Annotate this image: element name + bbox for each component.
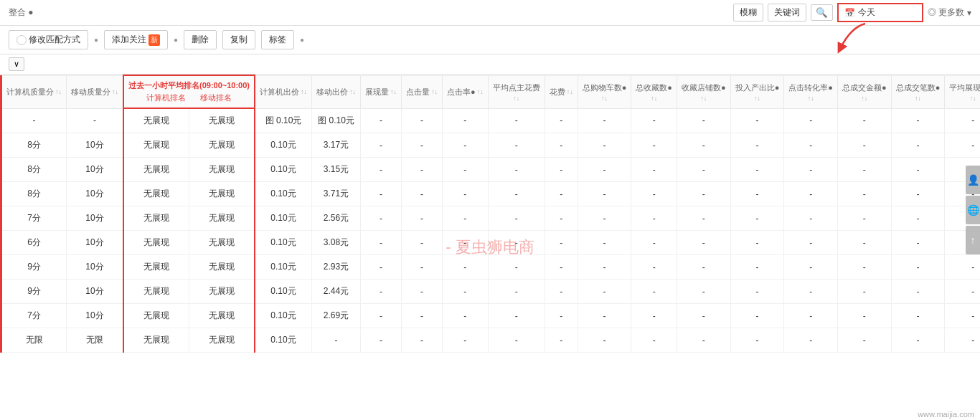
fuzzy-search-button[interactable]: 模糊 <box>733 4 763 22</box>
table-cell: - <box>784 255 838 280</box>
table-cell: - <box>361 206 402 231</box>
table-row: 8分10分无展现无展现0.10元3.15元------------- <box>1 158 981 182</box>
scroll-top-button[interactable]: ↑ <box>966 226 980 254</box>
col-pc-bid: 计算机出价↑↓ <box>255 75 312 108</box>
date-value: 今天 <box>858 6 875 19</box>
table-cell: 9分 <box>1 280 67 304</box>
tag-button[interactable]: 标签 <box>261 30 294 49</box>
delete-button[interactable]: 删除 <box>184 30 217 49</box>
search-icon-button[interactable]: 🔍 <box>811 4 833 21</box>
table-cell: - <box>945 108 980 133</box>
toolbar: 修改匹配方式 ● 添加关注 新 ● 删除 复制 标签 ● <box>0 26 980 54</box>
table-cell: 10分 <box>67 206 124 231</box>
table-cell: - <box>677 182 731 206</box>
top-bar: 整合 ● 模糊 关键词 🔍 📅 今天 ◎ 更多数 ▾ <box>0 0 980 26</box>
breadcrumb: 整合 ● <box>9 6 34 19</box>
table-cell: - <box>361 255 402 280</box>
table-cell: - <box>730 158 784 182</box>
col-revenue: 总成交金额●↑↓ <box>837 75 891 108</box>
delete-label: 删除 <box>192 34 209 46</box>
globe-icon-button[interactable]: 🌐 <box>966 196 980 224</box>
col-mobile-score: 移动质量分 ↑↓ <box>67 75 124 108</box>
table-cell: 10分 <box>67 280 124 304</box>
arrow-up-icon: ↑ <box>971 234 976 246</box>
table-cell: 0.10元 <box>255 231 312 255</box>
table-cell: - <box>891 255 945 280</box>
table-cell: - <box>837 182 891 206</box>
table-cell: - <box>402 231 443 255</box>
table-cell: - <box>578 158 631 182</box>
table-cell: 7分 <box>1 304 67 328</box>
table-cell: - <box>631 328 677 353</box>
table-cell: - <box>784 304 838 328</box>
table-cell: 10分 <box>67 182 124 206</box>
expand-row: ∨ <box>0 54 980 75</box>
table-cell: 无展现 <box>189 255 255 280</box>
table-cell: - <box>443 255 489 280</box>
table-cell: 3.08元 <box>312 231 361 255</box>
table-cell: - <box>677 304 731 328</box>
table-cell: - <box>784 133 838 158</box>
date-picker[interactable]: 📅 今天 <box>837 3 923 22</box>
table-cell: - <box>488 231 545 255</box>
table-cell: - <box>545 158 578 182</box>
user-icon-button[interactable]: 👤 <box>966 166 980 194</box>
separator-dot-1: ● <box>94 36 98 44</box>
table-cell: - <box>891 108 945 133</box>
table-cell: - <box>361 158 402 182</box>
footer-text: www.maijia.com <box>918 410 974 419</box>
add-watch-button[interactable]: 添加关注 新 <box>104 30 168 49</box>
table-cell: - <box>837 280 891 304</box>
table-cell: 3.17元 <box>312 133 361 158</box>
table-cell: - <box>443 304 489 328</box>
more-options-label: ◎ 更多数 <box>928 6 964 19</box>
more-options[interactable]: ◎ 更多数 ▾ <box>928 6 971 19</box>
col-shop-collect: 收藏店铺数●↑↓ <box>677 75 731 108</box>
table-cell: - <box>578 328 631 353</box>
table-container[interactable]: - 夏虫狮电商 计算机质量分 ↑↓ 移动质量分 ↑↓ <box>0 75 980 420</box>
sort-icon: ↑↓ <box>55 88 62 95</box>
table-cell: 图 0.10元 <box>255 108 312 133</box>
keyword-search-button[interactable]: 关键词 <box>768 4 806 22</box>
col-cart: 总购物车数●↑↓ <box>578 75 631 108</box>
table-cell: 0.10元 <box>255 280 312 304</box>
table-cell: - <box>443 108 489 133</box>
table-cell: 无展现 <box>189 158 255 182</box>
table-cell: - <box>784 158 838 182</box>
table-cell: - <box>361 328 402 353</box>
table-cell: 无展现 <box>123 255 189 280</box>
table-cell: - <box>891 304 945 328</box>
table-cell: - <box>837 158 891 182</box>
table-cell: - <box>402 255 443 280</box>
table-cell: - <box>891 158 945 182</box>
table-row: --无展现无展现图 0.10元图 0.10元------------- <box>1 108 981 133</box>
table-cell: 10分 <box>67 255 124 280</box>
search-icon: 🔍 <box>816 7 828 18</box>
table-cell: - <box>545 206 578 231</box>
table-row: 9分10分无展现无展现0.10元2.44元------------- <box>1 280 981 304</box>
col-spend: 花费↑↓ <box>545 75 578 108</box>
table-header-row: 计算机质量分 ↑↓ 移动质量分 ↑↓ 过去一小时平均排名(09:00~10:00… <box>1 75 981 108</box>
table-cell: - <box>312 328 361 353</box>
table-cell: - <box>578 108 631 133</box>
table-cell: 2.93元 <box>312 255 361 280</box>
table-cell: - <box>443 231 489 255</box>
table-cell: - <box>545 255 578 280</box>
copy-button[interactable]: 复制 <box>222 30 255 49</box>
breadcrumb-area: 整合 ● <box>9 6 34 19</box>
table-cell: 无展现 <box>123 133 189 158</box>
table-cell: - <box>443 206 489 231</box>
table-cell: - <box>730 133 784 158</box>
table-cell: - <box>361 231 402 255</box>
table-cell: - <box>837 328 891 353</box>
footer: www.maijia.com <box>912 409 980 420</box>
table-cell: 0.10元 <box>255 255 312 280</box>
table-cell: - <box>837 108 891 133</box>
table-cell: 无展现 <box>189 108 255 133</box>
table-cell: - <box>545 280 578 304</box>
col-avg-cost: 平均点主花费↑↓ <box>488 75 545 108</box>
modify-match-button[interactable]: 修改匹配方式 <box>9 30 88 49</box>
table-cell: 10分 <box>67 304 124 328</box>
table-cell: - <box>631 304 677 328</box>
expand-button[interactable]: ∨ <box>9 57 24 71</box>
